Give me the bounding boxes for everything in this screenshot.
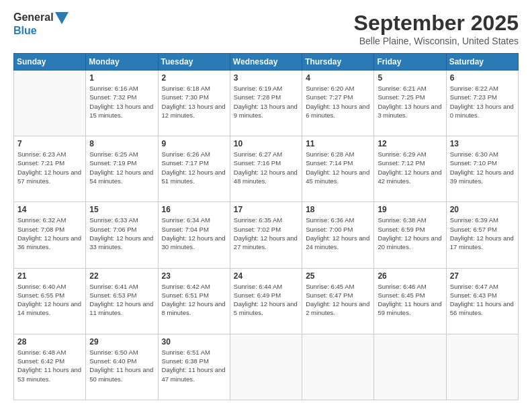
logo: General Blue: [13, 11, 69, 37]
day-number: 2: [162, 73, 226, 83]
table-row: 3 Sunrise: 6:19 AMSunset: 7:28 PMDayligh…: [230, 71, 302, 136]
day-info: Sunrise: 6:46 AMSunset: 6:45 PMDaylight:…: [378, 282, 442, 318]
table-row: 6 Sunrise: 6:22 AMSunset: 7:23 PMDayligh…: [446, 71, 518, 136]
day-number: 24: [234, 271, 298, 281]
day-number: 20: [450, 205, 515, 214]
day-info: Sunrise: 6:19 AMSunset: 7:28 PMDaylight:…: [234, 84, 298, 120]
day-info: Sunrise: 6:27 AMSunset: 7:16 PMDaylight:…: [234, 150, 298, 185]
day-number: 5: [378, 73, 442, 83]
day-info: Sunrise: 6:39 AMSunset: 6:57 PMDaylight:…: [450, 216, 515, 251]
table-row: 10 Sunrise: 6:27 AMSunset: 7:16 PMDaylig…: [230, 136, 302, 202]
day-info: Sunrise: 6:20 AMSunset: 7:27 PMDaylight:…: [306, 84, 370, 120]
day-number: 8: [89, 139, 154, 148]
table-row: 9 Sunrise: 6:26 AMSunset: 7:17 PMDayligh…: [158, 136, 230, 202]
day-number: 22: [89, 271, 154, 281]
day-info: Sunrise: 6:51 AMSunset: 6:38 PMDaylight:…: [162, 348, 226, 383]
day-number: 7: [17, 139, 82, 148]
day-number: 13: [450, 139, 515, 148]
day-number: 11: [306, 139, 370, 148]
table-row: 20 Sunrise: 6:39 AMSunset: 6:57 PMDaylig…: [446, 202, 518, 268]
col-monday: Monday: [86, 54, 158, 71]
day-number: 19: [378, 205, 442, 214]
table-row: 21 Sunrise: 6:40 AMSunset: 6:55 PMDaylig…: [14, 268, 86, 334]
day-number: 27: [450, 271, 515, 281]
table-row: 26 Sunrise: 6:46 AMSunset: 6:45 PMDaylig…: [374, 268, 446, 334]
table-row: 22 Sunrise: 6:41 AMSunset: 6:53 PMDaylig…: [86, 268, 158, 334]
table-row: 28 Sunrise: 6:48 AMSunset: 6:42 PMDaylig…: [14, 334, 86, 400]
day-number: 6: [450, 73, 515, 83]
location: Belle Plaine, Wisconsin, United States: [354, 36, 519, 46]
day-number: 12: [378, 139, 442, 148]
title-block: September 2025 Belle Plaine, Wisconsin, …: [354, 11, 519, 46]
day-info: Sunrise: 6:33 AMSunset: 7:06 PMDaylight:…: [89, 216, 154, 251]
calendar-week-row: 14 Sunrise: 6:32 AMSunset: 7:08 PMDaylig…: [14, 202, 519, 268]
day-number: 28: [17, 337, 82, 347]
table-row: 1 Sunrise: 6:16 AMSunset: 7:32 PMDayligh…: [86, 71, 158, 136]
day-info: Sunrise: 6:22 AMSunset: 7:23 PMDaylight:…: [450, 84, 515, 120]
day-number: 29: [89, 337, 154, 347]
day-info: Sunrise: 6:41 AMSunset: 6:53 PMDaylight:…: [89, 282, 154, 318]
day-info: Sunrise: 6:38 AMSunset: 6:59 PMDaylight:…: [378, 216, 442, 251]
table-row: [302, 334, 374, 400]
day-number: 17: [234, 205, 298, 214]
day-info: Sunrise: 6:29 AMSunset: 7:12 PMDaylight:…: [378, 150, 442, 185]
table-row: 30 Sunrise: 6:51 AMSunset: 6:38 PMDaylig…: [158, 334, 230, 400]
day-number: 10: [234, 139, 298, 148]
day-number: 4: [306, 73, 370, 83]
day-number: 25: [306, 271, 370, 281]
col-friday: Friday: [374, 54, 446, 71]
table-row: 23 Sunrise: 6:42 AMSunset: 6:51 PMDaylig…: [158, 268, 230, 334]
calendar-week-row: 1 Sunrise: 6:16 AMSunset: 7:32 PMDayligh…: [14, 71, 519, 136]
day-info: Sunrise: 6:42 AMSunset: 6:51 PMDaylight:…: [162, 282, 226, 318]
calendar-week-row: 28 Sunrise: 6:48 AMSunset: 6:42 PMDaylig…: [14, 334, 519, 400]
day-number: 15: [89, 205, 154, 214]
table-row: 12 Sunrise: 6:29 AMSunset: 7:12 PMDaylig…: [374, 136, 446, 202]
day-number: 1: [89, 73, 154, 83]
table-row: [446, 334, 518, 400]
table-row: 19 Sunrise: 6:38 AMSunset: 6:59 PMDaylig…: [374, 202, 446, 268]
day-info: Sunrise: 6:18 AMSunset: 7:30 PMDaylight:…: [162, 84, 226, 120]
calendar-table: Sunday Monday Tuesday Wednesday Thursday…: [13, 53, 519, 400]
table-row: 8 Sunrise: 6:25 AMSunset: 7:19 PMDayligh…: [86, 136, 158, 202]
logo-arrow-icon: [55, 12, 69, 24]
table-row: [14, 71, 86, 136]
logo-text: General Blue: [13, 11, 69, 37]
table-row: 17 Sunrise: 6:35 AMSunset: 7:02 PMDaylig…: [230, 202, 302, 268]
calendar-week-row: 21 Sunrise: 6:40 AMSunset: 6:55 PMDaylig…: [14, 268, 519, 334]
table-row: 15 Sunrise: 6:33 AMSunset: 7:06 PMDaylig…: [86, 202, 158, 268]
day-number: 14: [17, 205, 82, 214]
day-number: 23: [162, 271, 226, 281]
table-row: 27 Sunrise: 6:47 AMSunset: 6:43 PMDaylig…: [446, 268, 518, 334]
header: General Blue September 2025 Belle Plaine…: [13, 11, 519, 46]
col-tuesday: Tuesday: [158, 54, 230, 71]
day-number: 30: [162, 337, 226, 347]
table-row: 14 Sunrise: 6:32 AMSunset: 7:08 PMDaylig…: [14, 202, 86, 268]
calendar-week-row: 7 Sunrise: 6:23 AMSunset: 7:21 PMDayligh…: [14, 136, 519, 202]
day-info: Sunrise: 6:34 AMSunset: 7:04 PMDaylight:…: [162, 216, 226, 251]
day-info: Sunrise: 6:48 AMSunset: 6:42 PMDaylight:…: [17, 348, 82, 383]
day-number: 18: [306, 205, 370, 214]
day-info: Sunrise: 6:30 AMSunset: 7:10 PMDaylight:…: [450, 150, 515, 185]
table-row: 7 Sunrise: 6:23 AMSunset: 7:21 PMDayligh…: [14, 136, 86, 202]
table-row: 5 Sunrise: 6:21 AMSunset: 7:25 PMDayligh…: [374, 71, 446, 136]
day-info: Sunrise: 6:26 AMSunset: 7:17 PMDaylight:…: [162, 150, 226, 185]
page: General Blue September 2025 Belle Plaine…: [0, 0, 532, 411]
month-title: September 2025: [354, 11, 519, 36]
day-info: Sunrise: 6:50 AMSunset: 6:40 PMDaylight:…: [89, 348, 154, 383]
day-number: 3: [234, 73, 298, 83]
day-info: Sunrise: 6:23 AMSunset: 7:21 PMDaylight:…: [17, 150, 82, 185]
table-row: [230, 334, 302, 400]
day-info: Sunrise: 6:36 AMSunset: 7:00 PMDaylight:…: [306, 216, 370, 251]
table-row: 11 Sunrise: 6:28 AMSunset: 7:14 PMDaylig…: [302, 136, 374, 202]
day-info: Sunrise: 6:28 AMSunset: 7:14 PMDaylight:…: [306, 150, 370, 185]
day-info: Sunrise: 6:25 AMSunset: 7:19 PMDaylight:…: [89, 150, 154, 185]
day-info: Sunrise: 6:32 AMSunset: 7:08 PMDaylight:…: [17, 216, 82, 251]
calendar-header-row: Sunday Monday Tuesday Wednesday Thursday…: [14, 54, 519, 71]
table-row: 16 Sunrise: 6:34 AMSunset: 7:04 PMDaylig…: [158, 202, 230, 268]
table-row: 2 Sunrise: 6:18 AMSunset: 7:30 PMDayligh…: [158, 71, 230, 136]
table-row: [374, 334, 446, 400]
col-wednesday: Wednesday: [230, 54, 302, 71]
table-row: 4 Sunrise: 6:20 AMSunset: 7:27 PMDayligh…: [302, 71, 374, 136]
day-number: 21: [17, 271, 82, 281]
day-number: 26: [378, 271, 442, 281]
